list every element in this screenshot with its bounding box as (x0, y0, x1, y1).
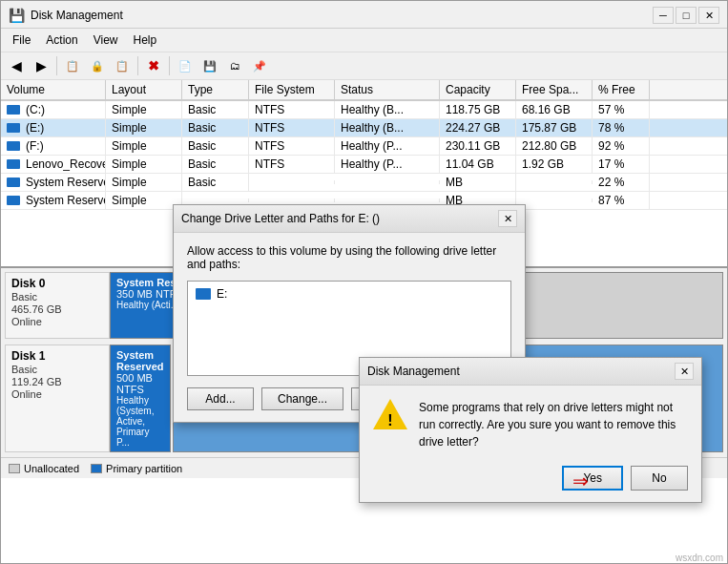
menu-view[interactable]: View (86, 31, 126, 50)
toolbar-back[interactable]: ◀ (5, 55, 28, 76)
dialog-warning: Disk Management ✕ ! Some programs that r… (359, 357, 702, 503)
col-pctfree: % Free (593, 80, 650, 99)
dialog-warning-close[interactable]: ✕ (675, 363, 694, 380)
disk0-type: Basic (11, 291, 103, 303)
legend-primary-label: Primary partition (106, 463, 182, 474)
legend-primary: Primary partition (91, 463, 182, 474)
toolbar-forward[interactable]: ▶ (30, 55, 52, 76)
drive-list-item[interactable]: E: (192, 285, 507, 303)
minimize-button[interactable]: ─ (653, 7, 674, 24)
dialog-warning-titlebar: Disk Management ✕ (360, 358, 701, 386)
cell-free: 1.92 GB (516, 156, 593, 173)
title-bar: 💾 Disk Management ─ □ ✕ (1, 1, 727, 29)
toolbar-btn6[interactable]: 🗂 (223, 55, 246, 76)
cell-volume: System Reserved (..) (1, 192, 106, 209)
cell-type: Basic (182, 101, 249, 118)
dialog-change-drive-titlebar: Change Drive Letter and Paths for E: () … (174, 205, 525, 233)
table-row[interactable]: (C:) Simple Basic NTFS Healthy (B... 118… (1, 101, 727, 119)
maximize-button[interactable]: □ (676, 7, 697, 24)
dialog-drive-description: Allow access to this volume by using the… (187, 244, 511, 271)
cell-fs (249, 198, 335, 202)
table-row[interactable]: (F:) Simple Basic NTFS Healthy (P... 230… (1, 137, 727, 156)
toolbar-btn7[interactable]: 📌 (248, 55, 271, 76)
toolbar-btn5[interactable]: 💾 (198, 55, 221, 76)
watermark: wsxdn.com (676, 553, 723, 563)
disk0-name: Disk 0 (11, 277, 103, 290)
cell-fs: NTFS (249, 137, 335, 155)
cell-fs (249, 180, 335, 184)
app-title: Disk Management (31, 9, 123, 22)
cell-status (335, 180, 440, 184)
dialog-warning-no[interactable]: No (631, 466, 688, 491)
toolbar-btn4[interactable]: 📄 (174, 55, 197, 76)
drive-list-icon (196, 288, 211, 300)
warning-message: Some programs that rely on drive letters… (419, 399, 688, 450)
cell-type: Basic (182, 119, 249, 136)
legend-primary-icon (91, 464, 102, 473)
warning-icon-wrapper: ! (373, 399, 407, 433)
cell-type (182, 198, 249, 202)
cell-pct: 92 % (593, 137, 650, 155)
cell-volume: Lenovo_Recovery ... (1, 156, 106, 173)
cell-fs: NTFS (249, 119, 335, 136)
menu-action[interactable]: Action (38, 31, 85, 50)
cell-layout: Simple (106, 101, 182, 118)
cell-status: Healthy (B... (335, 119, 440, 136)
cell-free (516, 198, 593, 202)
toolbar-delete[interactable]: ✖ (142, 55, 165, 76)
dialog-change-drive-title: Change Drive Letter and Paths for E: () (181, 212, 380, 225)
cell-type: Basic (182, 174, 249, 191)
cell-pct: 57 % (593, 101, 650, 118)
warning-body: ! Some programs that rely on drive lette… (360, 386, 701, 460)
cell-type: Basic (182, 156, 249, 173)
cell-free (516, 180, 593, 184)
cell-layout: Simple (106, 119, 182, 136)
main-content: Volume Layout Type File System Status Ca… (1, 80, 727, 563)
table-header: Volume Layout Type File System Status Ca… (1, 80, 727, 101)
cell-volume: (E:) (1, 119, 106, 136)
menu-help[interactable]: Help (126, 31, 165, 50)
cell-volume: System Reserved (1, 174, 106, 191)
cell-capacity: 11.04 GB (440, 156, 516, 173)
table-row[interactable]: (E:) Simple Basic NTFS Healthy (B... 224… (1, 119, 727, 137)
cell-free: 68.16 GB (516, 101, 593, 118)
col-layout: Layout (106, 80, 182, 99)
toolbar-btn3[interactable]: 📋 (111, 55, 134, 76)
arrow-indicator: ⇒ (572, 470, 589, 492)
legend-unalloc-label: Unallocated (24, 463, 79, 474)
close-button[interactable]: ✕ (698, 7, 719, 24)
toolbar-btn2[interactable]: 🔒 (86, 55, 109, 76)
part-name: System Reserved (116, 349, 164, 372)
cell-status: Healthy (P... (335, 156, 440, 173)
dialog-drive-change[interactable]: Change... (261, 387, 343, 410)
cell-fs: NTFS (249, 101, 335, 118)
disk1-status: Online (11, 388, 103, 400)
cell-type: Basic (182, 137, 249, 155)
disk1-part1[interactable]: System Reserved 500 MB NTFS Healthy (Sys… (110, 345, 171, 452)
cell-status (335, 198, 440, 202)
cell-volume: (F:) (1, 137, 106, 155)
dialog-drive-add[interactable]: Add... (187, 387, 254, 410)
disk1-size: 119.24 GB (11, 376, 103, 387)
cell-pct: 17 % (593, 156, 650, 173)
table-row[interactable]: Lenovo_Recovery ... Simple Basic NTFS He… (1, 156, 727, 174)
cell-layout: Simple (106, 156, 182, 173)
cell-free: 212.80 GB (516, 137, 593, 155)
cell-capacity: 118.75 GB (440, 101, 516, 118)
dialog-change-drive-close[interactable]: ✕ (498, 210, 517, 227)
toolbar-btn1[interactable]: 📋 (61, 55, 84, 76)
col-fs: File System (249, 80, 335, 99)
cell-capacity: 230.11 GB (440, 137, 516, 155)
cell-status: Healthy (P... (335, 137, 440, 155)
drive-letter: E: (217, 287, 227, 301)
col-status: Status (335, 80, 440, 99)
warning-exclamation: ! (387, 412, 392, 429)
cell-fs: NTFS (249, 156, 335, 173)
cell-layout: Simple (106, 137, 182, 155)
menu-file[interactable]: File (5, 31, 38, 50)
col-freespace: Free Spa... (516, 80, 593, 99)
dialog-warning-yes[interactable]: Yes (562, 466, 623, 491)
col-capacity: Capacity (440, 80, 516, 99)
table-row[interactable]: System Reserved Simple Basic MB 22 % (1, 174, 727, 192)
cell-layout: Simple (106, 192, 182, 209)
